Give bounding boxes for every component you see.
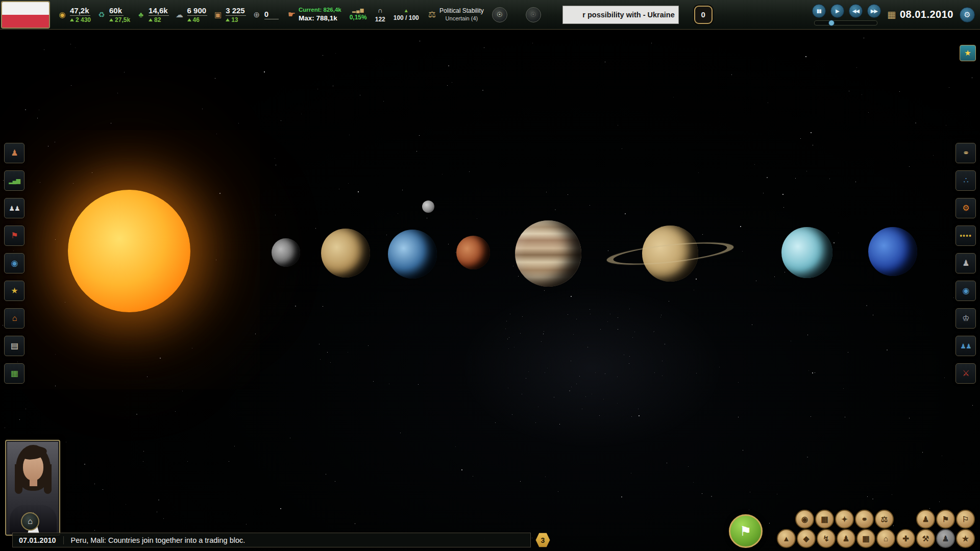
action-projects-button[interactable]: ✦ xyxy=(835,510,854,529)
resource-goods[interactable]: ▣ 3 225 13 xyxy=(213,7,246,23)
sidebar-laws-button[interactable]: ▤ xyxy=(4,336,24,356)
sidebar-more-options-button[interactable]: •••• xyxy=(955,226,976,246)
resource-trade[interactable]: ♻ 60k 27,5k xyxy=(96,7,130,23)
action-leaders-button[interactable]: ♟ xyxy=(916,510,935,529)
country-flag[interactable] xyxy=(1,1,50,29)
planet-jupiter xyxy=(515,220,581,287)
stability-value: Uncertain (4) xyxy=(439,15,484,22)
resource-minerals[interactable]: ☁ 6 900 46 xyxy=(175,7,208,23)
resource-treasury[interactable]: ◉ 47,2k 2 430 xyxy=(57,7,91,23)
puzzle-icon: ✦ xyxy=(841,515,848,523)
goods-delta: 13 xyxy=(231,17,238,23)
action-advisor-button[interactable]: ♟ xyxy=(936,529,955,548)
action-national-flag-button[interactable]: ⚑ xyxy=(936,510,955,529)
slider-knob[interactable] xyxy=(828,20,835,26)
action-industry-button[interactable]: ⚒ xyxy=(916,529,935,548)
sidebar-prestige-button[interactable]: ★ xyxy=(4,281,24,301)
up-arrow-icon xyxy=(187,18,191,21)
action-defense-button[interactable]: ◆ xyxy=(797,529,816,548)
laurel-icon: ★ xyxy=(11,287,17,295)
pause-button[interactable]: ▮▮ xyxy=(812,4,826,18)
happiness-stat[interactable]: ∩ 122 xyxy=(375,6,385,23)
treasury-delta: 2 430 xyxy=(76,17,91,23)
minerals-icon: ☁ xyxy=(175,10,185,19)
action-exploration-button[interactable]: ★ xyxy=(956,529,975,548)
planet-earth xyxy=(388,230,437,279)
happiness-value: 122 xyxy=(375,15,385,23)
flag-icon: ⚑ xyxy=(942,515,949,523)
action-infrastructure-button[interactable]: ▦ xyxy=(856,529,875,548)
play-button[interactable]: ▶ xyxy=(830,4,844,18)
rewind-button[interactable]: ◀◀ xyxy=(849,4,863,18)
bank-icon: ⌂ xyxy=(884,535,888,542)
trade-delta: 27,5k xyxy=(115,17,130,23)
resource-natural[interactable]: ♣ 14,6k 82 xyxy=(136,7,169,23)
bulb-icon: ☉ xyxy=(497,11,503,18)
space-map[interactable] xyxy=(0,0,980,551)
action-territories-button[interactable]: ⚐ xyxy=(956,510,975,529)
game-speed-slider[interactable] xyxy=(814,20,877,26)
globe-icon: ◉ xyxy=(801,515,808,523)
person-flag-icon: ♟ xyxy=(922,515,929,523)
resource-group: ◉ 47,2k 2 430 ♻ 60k 27,5k ♣ 14,6k 82 xyxy=(57,7,279,23)
government-building-icon: ⌂ xyxy=(28,517,33,526)
planet-mercury xyxy=(272,238,300,267)
stability-podium-icon: ⚖ xyxy=(428,9,436,20)
action-healthcare-button[interactable]: ✚ xyxy=(896,529,915,548)
sidebar-ministries-button[interactable]: ∴ xyxy=(955,170,976,191)
sidebar-economy-button[interactable]: ▂▄▆ xyxy=(4,170,24,191)
bulb-icon: ☉ xyxy=(530,11,536,18)
minerals-delta: 46 xyxy=(193,17,200,23)
sidebar-map-modes-button[interactable]: ▦ xyxy=(4,363,24,384)
action-economy-button[interactable]: ⚖ xyxy=(875,510,894,529)
action-finance-button[interactable]: ⌂ xyxy=(876,529,895,548)
sidebar-personnel-button[interactable]: ♟ xyxy=(955,253,976,273)
sidebar-foreign-affairs-button[interactable]: ◉ xyxy=(4,253,24,273)
sidebar-demographics-button[interactable]: ♟ xyxy=(4,143,24,163)
action-technology-button[interactable]: ▦ xyxy=(815,510,834,529)
action-environment-button[interactable]: ▲ xyxy=(777,529,796,548)
handshake-icon: ⚭ xyxy=(963,149,969,157)
action-society-button[interactable]: ♟ xyxy=(837,529,855,548)
cross-icon: ✚ xyxy=(902,535,909,542)
minister-icon: ♔ xyxy=(962,314,969,322)
political-stability[interactable]: ⚖ Political Stability Uncertain (4) xyxy=(428,7,484,22)
sidebar-regions-button[interactable]: ⌂ xyxy=(4,308,24,329)
grid-icon: ▦ xyxy=(862,535,869,542)
quick-access-button[interactable]: ★ xyxy=(960,45,976,61)
growth-stat[interactable]: ▂▄▆ 0,15% xyxy=(350,7,367,21)
treasury-value: 47,2k xyxy=(70,7,90,16)
population-stats[interactable]: ☛ Current: 826,4k Max: 788,1k xyxy=(288,6,341,22)
fast-forward-button[interactable]: ▶▶ xyxy=(867,4,881,18)
trade-icon: ♻ xyxy=(96,10,107,19)
settings-button[interactable]: ⚙ xyxy=(960,7,975,22)
action-treaties-button[interactable]: ⚭ xyxy=(855,510,874,529)
action-world-button[interactable]: ◉ xyxy=(795,510,814,529)
news-date: 07.01.2010 xyxy=(19,536,64,544)
action-energy-button[interactable]: ↯ xyxy=(817,529,836,548)
nature-icon: ♣ xyxy=(136,10,146,19)
sidebar-diplomacy-button[interactable]: ⚭ xyxy=(955,143,976,163)
sidebar-administration-button[interactable]: ⚙ xyxy=(955,198,976,218)
sidebar-population-button[interactable]: ♟♟ xyxy=(4,198,24,218)
up-arrow-icon xyxy=(226,18,230,21)
sidebar-war-button[interactable]: ⚔ xyxy=(955,363,976,384)
main-flag-action-button[interactable]: ⚑ xyxy=(729,514,763,548)
sidebar-politics-button[interactable]: ⚑ xyxy=(4,226,24,246)
sidebar-world-overview-button[interactable]: ◉ xyxy=(955,281,976,301)
news-ticker-bar[interactable]: 07.01.2010 Peru, Mali: Countries join to… xyxy=(12,533,531,547)
hint-bulb-active-button[interactable]: ☉ xyxy=(492,7,507,22)
action-points-badge[interactable]: 0 xyxy=(694,6,713,24)
org-chart-icon: ∴ xyxy=(963,177,968,185)
mountains-icon: ▲ xyxy=(782,535,790,542)
government-building-button[interactable]: ⌂ xyxy=(21,512,39,531)
planet-neptune xyxy=(868,227,917,276)
flag-red-stripe xyxy=(2,15,49,28)
resource-special[interactable]: ⊕ 0 xyxy=(252,10,279,19)
sidebar-advisors-button[interactable]: ♟♟ xyxy=(955,336,976,356)
hint-bulb-inactive-button[interactable]: ☉ xyxy=(526,7,541,22)
support-value: 100 / 100 xyxy=(394,14,419,22)
news-ticker-preview[interactable]: r possibility with - Ukraine xyxy=(562,6,679,24)
support-stat[interactable]: ▲ 100 / 100 xyxy=(394,7,419,22)
sidebar-government-button[interactable]: ♔ xyxy=(955,308,976,329)
